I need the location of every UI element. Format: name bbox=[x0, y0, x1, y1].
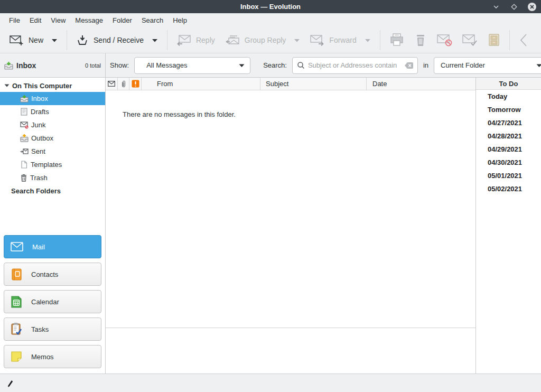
menu-search[interactable]: Search bbox=[137, 13, 168, 27]
current-folder-header: Inbox 0 total bbox=[0, 53, 106, 77]
todo-item-date[interactable]: 04/30/2021 bbox=[476, 156, 541, 169]
column-attachment[interactable] bbox=[118, 78, 129, 90]
archive-button[interactable] bbox=[483, 29, 505, 51]
sidebar-item-label: Inbox bbox=[31, 95, 48, 102]
junk-button[interactable] bbox=[432, 30, 458, 51]
menu-folder[interactable]: Folder bbox=[108, 13, 137, 27]
sidebar-item-inbox[interactable]: Inbox bbox=[0, 92, 105, 105]
switcher-tasks-button[interactable]: Tasks bbox=[4, 318, 101, 341]
message-list-header: From Subject Date bbox=[106, 78, 475, 90]
show-dropdown[interactable]: All Messages bbox=[134, 57, 250, 74]
toolbar-separator bbox=[380, 30, 380, 50]
message-list-body[interactable]: There are no messages in this folder. bbox=[106, 90, 475, 328]
menu-edit[interactable]: Edit bbox=[25, 13, 46, 27]
search-label: Search: bbox=[262, 61, 288, 69]
expander-icon[interactable] bbox=[4, 83, 10, 88]
sidebar-item-label: Sent bbox=[31, 147, 45, 155]
todo-header: To Do bbox=[476, 78, 541, 90]
reply-button[interactable]: Reply bbox=[172, 31, 220, 50]
sidebar-item-junk[interactable]: Junk bbox=[0, 118, 105, 132]
evolution-window: Inbox — Evolution File Edit View Message… bbox=[0, 0, 541, 392]
calendar-icon bbox=[11, 296, 22, 308]
folder-tree: On This Computer Inbox Drafts bbox=[0, 78, 105, 198]
reply-icon bbox=[177, 35, 191, 46]
search-icon bbox=[297, 61, 305, 69]
tasks-icon bbox=[11, 323, 22, 335]
pen-icon bbox=[6, 379, 14, 387]
switcher-label: Tasks bbox=[31, 325, 49, 333]
column-date-label: Date bbox=[372, 80, 387, 88]
switcher-label: Memos bbox=[31, 353, 54, 361]
chevron-down-icon bbox=[536, 63, 541, 68]
menu-message[interactable]: Message bbox=[70, 13, 108, 27]
column-subject[interactable]: Subject bbox=[260, 78, 367, 90]
sidebar-item-outbox[interactable]: Outbox bbox=[0, 132, 105, 145]
print-button[interactable] bbox=[385, 29, 409, 51]
search-input[interactable] bbox=[308, 61, 402, 69]
sidebar-item-templates[interactable]: Templates bbox=[0, 158, 105, 171]
sidebar-item-sent[interactable]: Sent bbox=[0, 145, 105, 158]
statusbar bbox=[0, 374, 541, 392]
todo-item-date[interactable]: 05/02/2021 bbox=[476, 182, 541, 195]
in-label: in bbox=[422, 61, 430, 69]
window-controls bbox=[491, 0, 537, 13]
menu-view[interactable]: View bbox=[46, 13, 70, 27]
tree-root-on-this-computer[interactable]: On This Computer bbox=[0, 79, 105, 92]
archive-icon bbox=[488, 33, 500, 47]
column-date[interactable]: Date bbox=[367, 78, 475, 90]
switcher-mail-button[interactable]: Mail bbox=[4, 235, 101, 258]
mark-junk-icon bbox=[437, 34, 453, 46]
column-message-status[interactable] bbox=[106, 78, 118, 90]
mark-not-junk-icon bbox=[462, 34, 478, 46]
send-receive-dropdown-icon[interactable] bbox=[152, 39, 157, 42]
minimize-icon[interactable] bbox=[491, 2, 501, 12]
back-button[interactable] bbox=[514, 29, 533, 52]
maximize-icon[interactable] bbox=[509, 2, 519, 12]
menu-help[interactable]: Help bbox=[168, 13, 192, 27]
folder-count: 0 total bbox=[85, 62, 101, 69]
todo-item-date[interactable]: 04/27/2021 bbox=[476, 116, 541, 129]
reply-button-label: Reply bbox=[196, 36, 215, 44]
empty-folder-text: There are no messages in this folder. bbox=[123, 110, 236, 118]
menu-file[interactable]: File bbox=[4, 13, 25, 27]
new-button-label: New bbox=[29, 36, 43, 44]
todo-item-date[interactable]: 05/01/2021 bbox=[476, 169, 541, 182]
group-reply-button[interactable]: Group Reply bbox=[220, 31, 305, 50]
scope-dropdown[interactable]: Current Folder bbox=[434, 57, 541, 74]
todo-item-tomorrow[interactable]: Tomorrow bbox=[476, 103, 541, 116]
envelope-column-icon bbox=[108, 81, 115, 87]
sent-icon bbox=[20, 148, 29, 155]
new-button[interactable]: New bbox=[4, 31, 62, 50]
sidebar-item-drafts[interactable]: Drafts bbox=[0, 105, 105, 118]
chevron-down-icon bbox=[239, 63, 245, 68]
forward-dropdown-icon[interactable] bbox=[365, 39, 370, 42]
tree-section-search-folders[interactable]: Search Folders bbox=[0, 184, 105, 198]
column-important[interactable] bbox=[129, 78, 142, 90]
main-body: On This Computer Inbox Drafts bbox=[0, 78, 541, 374]
todo-item-date[interactable]: 04/29/2021 bbox=[476, 143, 541, 156]
switcher-calendar-button[interactable]: Calendar bbox=[4, 290, 101, 313]
trash-icon bbox=[20, 174, 27, 182]
switcher-contacts-button[interactable]: Contacts bbox=[4, 263, 101, 286]
toolbar-separator bbox=[509, 30, 510, 50]
not-junk-button[interactable] bbox=[458, 30, 483, 51]
trash-icon bbox=[414, 33, 427, 47]
new-dropdown-icon[interactable] bbox=[52, 39, 57, 42]
forward-icon bbox=[310, 35, 324, 46]
todo-item-today[interactable]: Today bbox=[476, 90, 541, 103]
sidebar-item-trash[interactable]: Trash bbox=[0, 171, 105, 184]
preview-pane bbox=[106, 328, 475, 374]
group-reply-dropdown-icon[interactable] bbox=[294, 39, 300, 42]
send-receive-button[interactable]: Send / Receive bbox=[71, 31, 163, 50]
switcher-memos-button[interactable]: Memos bbox=[4, 345, 101, 368]
todo-item-date[interactable]: 04/28/2021 bbox=[476, 129, 541, 143]
column-from[interactable]: From bbox=[142, 78, 260, 90]
scope-dropdown-value: Current Folder bbox=[441, 61, 536, 69]
delete-button[interactable] bbox=[409, 29, 432, 51]
close-icon[interactable] bbox=[527, 2, 537, 12]
clear-search-icon[interactable] bbox=[405, 62, 413, 69]
forward-button[interactable]: Forward bbox=[305, 31, 375, 50]
group-reply-icon bbox=[226, 35, 239, 46]
new-mail-icon bbox=[10, 35, 23, 46]
folder-name: Inbox bbox=[16, 61, 36, 70]
